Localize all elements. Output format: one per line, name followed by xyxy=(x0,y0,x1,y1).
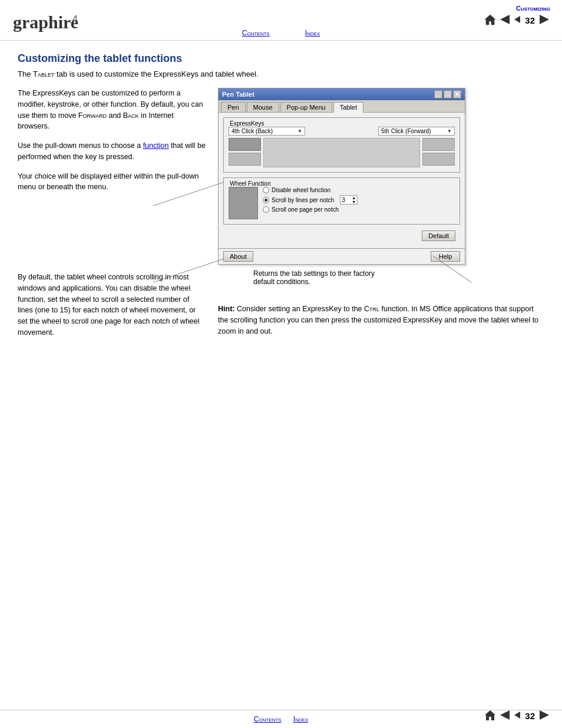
svg-marker-5 xyxy=(540,15,549,24)
next-page-icon[interactable] xyxy=(538,13,550,28)
home-icon-bottom[interactable] xyxy=(484,709,497,723)
help-button[interactable]: Help xyxy=(431,251,460,262)
nav-controls: 32 xyxy=(484,13,550,28)
radio-scroll-lines[interactable] xyxy=(263,197,269,203)
index-link-bottom[interactable]: Index xyxy=(293,715,309,723)
default-btn-row: Default xyxy=(223,229,460,243)
para2: Use the pull-down menus to choose a func… xyxy=(18,140,206,163)
wheel-graphic xyxy=(229,187,258,219)
tab-mouse[interactable]: Mouse xyxy=(247,102,279,112)
page-title: Customizing the tablet functions xyxy=(18,52,544,65)
wheel-label: Wheel Function xyxy=(229,180,455,187)
svg-marker-11 xyxy=(514,711,520,719)
dialog-title: Pen Tablet xyxy=(222,91,254,98)
svg-marker-9 xyxy=(485,710,495,720)
page-number: 32 xyxy=(525,15,535,25)
header-nav: Contents Index xyxy=(242,29,320,37)
maximize-btn[interactable]: □ xyxy=(444,90,452,98)
spinner-arrows[interactable]: ▲ ▼ xyxy=(352,196,356,204)
radio-group: Disable wheel function Scroll by lines p… xyxy=(263,187,358,219)
right-keys xyxy=(422,138,455,167)
radio-row-1: Disable wheel function xyxy=(263,187,358,193)
dialog-action-row: About Help xyxy=(219,248,465,264)
tablet-body-graphic xyxy=(263,138,420,167)
page-number-bottom: 32 xyxy=(525,711,535,721)
svg-marker-3 xyxy=(500,15,510,24)
key-graphics xyxy=(229,138,455,167)
titlebar-controls: _ □ ✕ xyxy=(434,90,461,98)
key4-control: 4th Click (Back) ▼ xyxy=(229,127,305,136)
key4-dropdown[interactable]: 4th Click (Back) ▼ xyxy=(229,127,305,136)
prev-page-icon-bottom[interactable] xyxy=(499,709,511,723)
hint-box: Hint: Consider setting an ExpressKey to … xyxy=(218,304,544,337)
footer-right-controls: 32 xyxy=(484,709,550,723)
key-bottom-left xyxy=(229,153,261,166)
radio-row-2: Scroll by lines per notch 3 ▲ ▼ xyxy=(263,195,358,205)
spinner-value: 3 xyxy=(342,197,345,203)
main-content: Customizing the tablet functions The Tab… xyxy=(0,41,562,358)
hint-text: Consider setting an ExpressKey to the Ct… xyxy=(218,305,538,335)
key-top-right xyxy=(422,138,455,151)
key-bottom-right xyxy=(422,153,455,166)
key5-control: 5th Click (Forward) ▼ xyxy=(378,127,455,136)
prev-small-icon-bottom[interactable] xyxy=(513,709,521,723)
expresskeys-group: ExpressKeys 4th Click (Back) ▼ xyxy=(223,117,460,173)
radio-scroll-page[interactable] xyxy=(263,206,269,213)
home-icon[interactable] xyxy=(484,13,497,28)
svg-marker-2 xyxy=(485,15,495,25)
dialog-box: Pen Tablet _ □ ✕ Pen Mouse Pop-up Menu T… xyxy=(218,88,465,265)
dialog-titlebar: Pen Tablet _ □ ✕ xyxy=(219,88,465,100)
about-button[interactable]: About xyxy=(223,251,253,262)
index-link-top[interactable]: Index xyxy=(305,29,320,37)
contents-link-top[interactable]: Contents xyxy=(242,29,270,37)
dialog-body: ExpressKeys 4th Click (Back) ▼ xyxy=(219,113,465,248)
svg-text:4: 4 xyxy=(72,14,78,24)
prev-page-icon[interactable] xyxy=(499,13,511,28)
minimize-btn[interactable]: _ xyxy=(434,90,442,98)
svg-text:graphire: graphire xyxy=(13,12,78,32)
header-right-controls: Customizing 32 xyxy=(484,5,550,28)
para4: By default, the tablet wheel controls sc… xyxy=(18,272,206,338)
customizing-link[interactable]: Customizing xyxy=(516,5,550,12)
svg-marker-4 xyxy=(514,16,520,23)
para3: Your choice will be displayed either wit… xyxy=(18,171,206,193)
logo: graphire 4 xyxy=(12,6,82,37)
hint-label: Hint: xyxy=(218,305,234,313)
default-button[interactable]: Default xyxy=(422,230,455,241)
expresskeys-label: ExpressKeys xyxy=(229,120,455,127)
svg-marker-10 xyxy=(500,710,510,720)
radio-disable-label: Disable wheel function xyxy=(272,187,330,193)
key4-dropdown-arrow: ▼ xyxy=(297,129,302,134)
content-area: The ExpressKeys can be customized to per… xyxy=(18,88,544,347)
tab-popup[interactable]: Pop-up Menu xyxy=(280,102,332,112)
wheel-content: Disable wheel function Scroll by lines p… xyxy=(229,187,455,219)
contents-link-bottom[interactable]: Contents xyxy=(254,715,282,723)
lines-spinner[interactable]: 3 ▲ ▼ xyxy=(340,195,358,205)
key5-dropdown[interactable]: 5th Click (Forward) ▼ xyxy=(378,127,455,136)
left-column: The ExpressKeys can be customized to per… xyxy=(18,88,206,347)
para1: The ExpressKeys can be customized to per… xyxy=(18,88,206,132)
returns-label: Returns the tab settings to their factor… xyxy=(253,269,375,286)
radio-row-3: Scroll one page per notch xyxy=(263,206,358,213)
left-keys xyxy=(229,138,261,167)
key5-label: 5th Click (Forward) xyxy=(381,128,431,134)
key4-label: 4th Click (Back) xyxy=(232,128,273,134)
close-btn[interactable]: ✕ xyxy=(453,90,461,98)
next-page-icon-bottom[interactable] xyxy=(538,709,550,723)
radio-disable[interactable] xyxy=(263,187,269,193)
svg-marker-12 xyxy=(540,710,549,720)
key5-dropdown-arrow: ▼ xyxy=(447,129,452,134)
key-top-left xyxy=(229,138,261,151)
tab-pen[interactable]: Pen xyxy=(221,102,246,112)
wheel-function-group: Wheel Function Disable wheel function xyxy=(223,177,460,225)
dialog-tabs: Pen Mouse Pop-up Menu Tablet xyxy=(219,100,465,113)
right-column: Pen Tablet _ □ ✕ Pen Mouse Pop-up Menu T… xyxy=(218,88,544,347)
radio-scroll-page-label: Scroll one page per notch xyxy=(272,206,339,213)
intro-text: The Tablet tab is used to customize the … xyxy=(18,70,544,78)
radio-scroll-lines-label: Scroll by lines per notch xyxy=(272,197,334,203)
tab-tablet[interactable]: Tablet xyxy=(333,102,363,113)
page-header: graphire 4 Contents Index Customizing xyxy=(0,0,562,41)
returns-callout: Returns the tab settings to their factor… xyxy=(253,269,383,286)
function-link[interactable]: function xyxy=(143,141,169,150)
prev-page-small-icon[interactable] xyxy=(513,13,521,28)
